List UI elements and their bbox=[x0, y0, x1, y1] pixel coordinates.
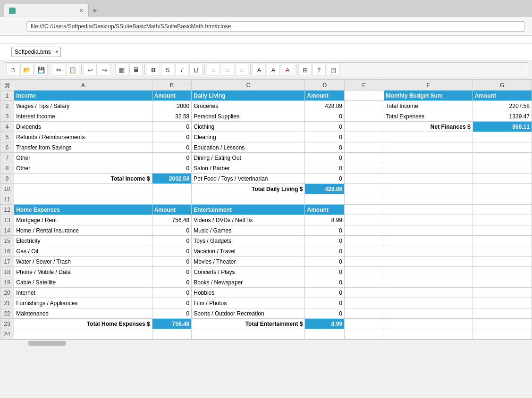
cell-8-d[interactable]: 0 bbox=[305, 163, 345, 174]
cell-2-g[interactable]: 2207.58 bbox=[473, 101, 532, 111]
tb-open-button[interactable]: 📂 bbox=[20, 64, 34, 76]
cell-4-d[interactable]: 0 bbox=[305, 122, 345, 132]
tb-underline-button[interactable]: U bbox=[189, 64, 203, 76]
cell-22-f[interactable] bbox=[384, 308, 473, 319]
cell-3-e[interactable] bbox=[345, 111, 384, 122]
cell-5-d[interactable]: 0 bbox=[305, 132, 345, 142]
spreadsheet-container[interactable]: @ A B C D E F G 1IncomeAmountDaily Livin… bbox=[0, 79, 532, 340]
cell-8-e[interactable] bbox=[345, 163, 384, 174]
cell-12-b[interactable]: Amount bbox=[152, 205, 192, 215]
scrollbar-h-thumb[interactable] bbox=[28, 341, 66, 346]
new-tab-button[interactable]: + bbox=[89, 5, 101, 17]
table-row[interactable]: 24 bbox=[0, 329, 532, 340]
table-row[interactable]: 22Maintenance0Sports / Outdoor Recreatio… bbox=[0, 308, 532, 319]
cell-24-e[interactable] bbox=[345, 329, 384, 340]
cell-24-c[interactable] bbox=[192, 329, 305, 340]
cell-17-b[interactable]: 0 bbox=[152, 257, 192, 267]
cell-6-f[interactable] bbox=[384, 142, 473, 153]
table-row[interactable]: 19Cable / Satellite0Books / Newspaper0 bbox=[0, 277, 532, 288]
cell-19-a[interactable]: Cable / Satellite bbox=[14, 277, 152, 288]
cell-9-c[interactable]: Pet Food / Toys / Veterinarian bbox=[192, 174, 305, 184]
cell-12-c[interactable]: Entertainment bbox=[192, 205, 305, 215]
cell-15-d[interactable]: 0 bbox=[305, 236, 345, 246]
table-row[interactable]: 15Electricity0Toys / Gadgets0 bbox=[0, 236, 532, 246]
cell-13-b[interactable]: 756.48 bbox=[152, 215, 192, 225]
document-selector[interactable]: Softpedia.bms bbox=[11, 47, 61, 57]
cell-17-f[interactable] bbox=[384, 257, 473, 267]
cell-5-a[interactable]: Refunds / Reimbursements bbox=[14, 132, 152, 142]
cell-3-f[interactable]: Total Expenses bbox=[384, 111, 473, 122]
cell-4-g[interactable]: 868.11 bbox=[473, 122, 532, 132]
table-row[interactable]: 7Other0Dining / Eating Out0 bbox=[0, 153, 532, 163]
cell-11-b[interactable] bbox=[152, 194, 192, 205]
cell-21-g[interactable] bbox=[473, 298, 532, 308]
cell-16-a[interactable]: Gas / Oil bbox=[14, 246, 152, 257]
cell-9-a[interactable]: Total Income $ bbox=[14, 174, 152, 184]
cell-9-d[interactable]: 0 bbox=[305, 174, 345, 184]
cell-17-d[interactable]: 0 bbox=[305, 257, 345, 267]
col-header-f[interactable]: F bbox=[384, 80, 473, 91]
cell-6-d[interactable]: 0 bbox=[305, 142, 345, 153]
cell-23-a[interactable]: Total Home Expenses $ bbox=[14, 319, 152, 329]
table-row[interactable]: 1IncomeAmountDaily LivingAmountMonthly B… bbox=[0, 91, 532, 101]
cell-17-g[interactable] bbox=[473, 257, 532, 267]
table-row[interactable]: 20Internet0Hobbies0 bbox=[0, 288, 532, 298]
col-header-c[interactable]: C bbox=[192, 80, 305, 91]
cell-24-g[interactable] bbox=[473, 329, 532, 340]
cell-13-c[interactable]: Videos / DVDs / NetFlix bbox=[192, 215, 305, 225]
cell-22-d[interactable]: 0 bbox=[305, 308, 345, 319]
col-header-e[interactable]: E bbox=[345, 80, 384, 91]
cell-15-c[interactable]: Toys / Gadgets bbox=[192, 236, 305, 246]
cell-5-e[interactable] bbox=[345, 132, 384, 142]
doc-select-input[interactable]: Softpedia.bms bbox=[11, 47, 61, 57]
cell-22-a[interactable]: Maintenance bbox=[14, 308, 152, 319]
tb-align-center-button[interactable]: ≡ bbox=[221, 64, 234, 76]
cell-14-d[interactable]: 0 bbox=[305, 225, 345, 236]
cell-2-e[interactable] bbox=[345, 101, 384, 111]
cell-21-b[interactable]: 0 bbox=[152, 298, 192, 308]
table-row[interactable]: 21Furnishings / Appliances0Film / Photos… bbox=[0, 298, 532, 308]
cell-9-g[interactable] bbox=[473, 174, 532, 184]
cell-19-e[interactable] bbox=[345, 277, 384, 288]
table-row[interactable]: 9Total Income $2032.58Pet Food / Toys / … bbox=[0, 174, 532, 184]
tb-undo-button[interactable]: ↩ bbox=[84, 64, 97, 76]
cell-7-f[interactable] bbox=[384, 153, 473, 163]
cell-1-b[interactable]: Amount bbox=[152, 91, 192, 101]
cell-24-f[interactable] bbox=[384, 329, 473, 340]
back-button[interactable] bbox=[4, 25, 9, 27]
cell-17-a[interactable]: Water / Sewer / Trash bbox=[14, 257, 152, 267]
tb-align-left-button[interactable]: ≡ bbox=[207, 64, 220, 76]
col-header-b[interactable]: B bbox=[152, 80, 192, 91]
cell-23-g[interactable] bbox=[473, 319, 532, 329]
cell-11-c[interactable] bbox=[192, 194, 305, 205]
cell-5-f[interactable] bbox=[384, 132, 473, 142]
cell-11-g[interactable] bbox=[473, 194, 532, 205]
table-row[interactable]: 16Gas / Oil0Vacation / Travel0 bbox=[0, 246, 532, 257]
tb-strikethrough-button[interactable]: S bbox=[161, 64, 174, 76]
cell-5-c[interactable]: Cleaning bbox=[192, 132, 305, 142]
cell-6-a[interactable]: Transfer from Savings bbox=[14, 142, 152, 153]
cell-2-d[interactable]: 428.89 bbox=[305, 101, 345, 111]
cell-7-g[interactable] bbox=[473, 153, 532, 163]
cell-14-c[interactable]: Music / Games bbox=[192, 225, 305, 236]
cell-4-e[interactable] bbox=[345, 122, 384, 132]
table-row[interactable]: 3Interest Income32.58Personal Supplies0T… bbox=[0, 111, 532, 122]
cell-4-c[interactable]: Clothing bbox=[192, 122, 305, 132]
cell-18-a[interactable]: Phone / Mobile / Data bbox=[14, 267, 152, 277]
refresh-button[interactable] bbox=[19, 25, 25, 27]
tb-bold-button[interactable]: B bbox=[147, 64, 160, 76]
col-header-g[interactable]: G bbox=[473, 80, 532, 91]
tb-cut-button[interactable]: ✂ bbox=[52, 64, 65, 76]
cell-11-f[interactable] bbox=[384, 194, 473, 205]
cell-23-f[interactable] bbox=[384, 319, 473, 329]
cell-24-b[interactable] bbox=[152, 329, 192, 340]
table-row[interactable]: 11 bbox=[0, 194, 532, 205]
cell-9-f[interactable] bbox=[384, 174, 473, 184]
cell-19-d[interactable]: 0 bbox=[305, 277, 345, 288]
cell-20-d[interactable]: 0 bbox=[305, 288, 345, 298]
cell-16-g[interactable] bbox=[473, 246, 532, 257]
cell-16-c[interactable]: Vacation / Travel bbox=[192, 246, 305, 257]
address-bar[interactable] bbox=[26, 21, 524, 32]
cell-24-a[interactable] bbox=[14, 329, 152, 340]
cell-17-e[interactable] bbox=[345, 257, 384, 267]
